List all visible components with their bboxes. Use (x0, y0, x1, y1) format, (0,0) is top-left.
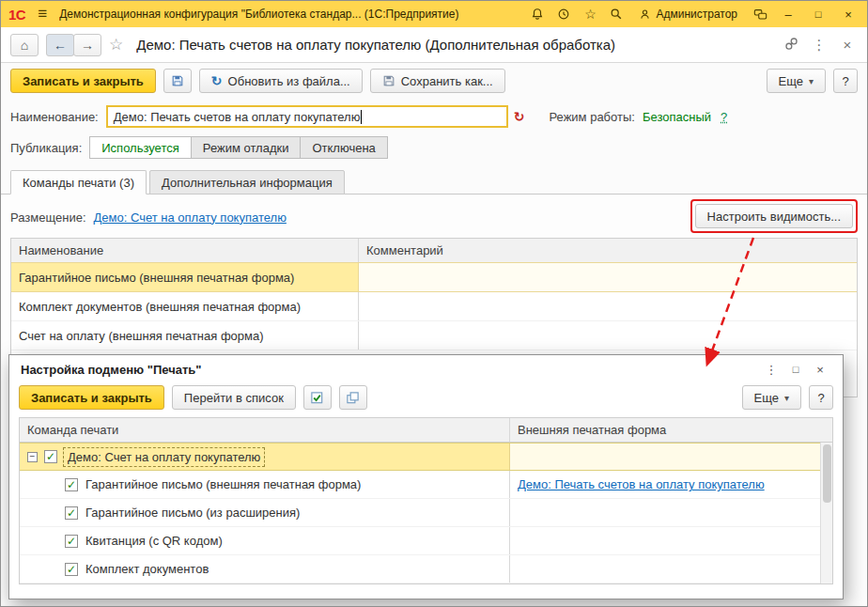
table-header-row: Наименование Комментарий (11, 239, 857, 263)
get-link-icon[interactable] (781, 37, 801, 54)
dialog-titlebar: Настройка подменю "Печать" ⋮ □ × (9, 355, 843, 383)
tree-row[interactable]: Гарантийное письмо (внешняя печатная фор… (20, 471, 832, 499)
checkbox-checked-icon[interactable] (44, 450, 57, 463)
tree-row[interactable]: Гарантийное письмо (из расширения) (20, 499, 832, 527)
placement-row: Размещение: Демо: Счет на оплату покупат… (10, 202, 858, 232)
search-icon[interactable] (607, 5, 626, 23)
dialog-close-button[interactable]: × (809, 359, 831, 380)
help-button[interactable]: ? (833, 69, 858, 93)
dialog-more-label: Еще (754, 391, 779, 405)
group-label: Демо: Счет на оплату покупателю (65, 449, 263, 465)
maximize-button[interactable]: □ (807, 4, 829, 24)
publication-option-debug[interactable]: Режим отладки (191, 136, 302, 159)
uncheck-all-button[interactable] (339, 385, 367, 410)
notifications-bell-icon[interactable] (528, 5, 547, 23)
history-nav-group: ← → (46, 34, 101, 56)
cell-name: Комплект документов (внешняя печатная фо… (11, 292, 359, 320)
save-button[interactable] (163, 69, 192, 93)
dialog-help-button[interactable]: ? (809, 385, 833, 410)
column-header-comment[interactable]: Комментарий (359, 239, 857, 262)
favorites-star-icon[interactable]: ☆ (581, 5, 599, 23)
publication-option-disabled[interactable]: Отключена (300, 136, 387, 159)
cell-name: Счет на оплату (внешняя печатная форма) (11, 321, 359, 350)
user-name: Администратор (656, 8, 737, 21)
chevron-down-icon: ▾ (784, 393, 789, 403)
table-row[interactable]: Комплект документов (внешняя печатная фо… (11, 292, 857, 321)
dialog-more-actions-button[interactable]: Еще ▾ (742, 385, 801, 410)
command-bar: Записать и закрыть ↻ Обновить из файла..… (1, 63, 867, 97)
tree-row-group[interactable]: − Демо: Счет на оплату покупателю (20, 443, 832, 471)
placement-link[interactable]: Демо: Счет на оплату покупателю (94, 210, 287, 225)
table-row[interactable]: Гарантийное письмо (внешняя печатная фор… (11, 262, 857, 292)
cell-external-form: Демо: Печать счетов на оплату покупателю (510, 471, 832, 498)
checkbox-checked-icon[interactable] (65, 506, 78, 520)
more-actions-button[interactable]: Еще ▾ (767, 69, 826, 93)
column-header-external-form[interactable]: Внешняя печатная форма (510, 418, 832, 442)
data-history-icon[interactable]: ↻ (514, 109, 525, 124)
close-form-button[interactable]: × (837, 37, 858, 53)
history-icon[interactable] (554, 5, 573, 23)
print-command-tree-table: Команда печати Внешняя печатная форма − … (19, 417, 833, 584)
update-from-file-button[interactable]: ↻ Обновить из файла... (199, 69, 363, 93)
dialog-maximize-button[interactable]: □ (784, 359, 807, 380)
tree-row[interactable]: Квитанция (с QR кодом) (20, 527, 832, 555)
app-title: Демонстрационная конфигурация "Библиотек… (59, 8, 458, 21)
publication-switch: Используется Режим отладки Отключена (89, 136, 388, 159)
name-label: Наименование: (10, 110, 99, 124)
table-row[interactable]: Счет на оплату (внешняя печатная форма) (11, 321, 857, 350)
dialog-save-and-close-button[interactable]: Записать и закрыть (19, 385, 164, 410)
command-label: Гарантийное письмо (внешняя печатная фор… (85, 477, 361, 491)
collapse-minus-icon[interactable]: − (27, 452, 38, 462)
name-row: Наименование: Демо: Печать счетов на опл… (1, 105, 867, 128)
checkbox-checked-icon[interactable] (65, 478, 78, 491)
tab-strip: Команды печати (3) Дополнительная информ… (1, 170, 867, 195)
column-header-command[interactable]: Команда печати (20, 418, 510, 442)
minimize-button[interactable]: – (777, 4, 799, 24)
main-menu-icon[interactable]: ≡ (33, 5, 52, 23)
dialog-toolbar: Записать и закрыть Перейти в список Еще … (9, 383, 843, 415)
app-window: 1С ≡ Демонстрационная конфигурация "Библ… (0, 0, 868, 607)
goto-list-button[interactable]: Перейти в список (172, 385, 296, 410)
discussions-icon[interactable] (751, 5, 769, 23)
back-button[interactable]: ← (46, 34, 74, 56)
tab-additional-info[interactable]: Дополнительная информация (149, 170, 345, 195)
home-icon: ⌂ (21, 38, 28, 53)
titlebar: 1С ≡ Демонстрационная конфигурация "Библ… (1, 1, 867, 27)
add-favorite-star-icon[interactable]: ☆ (109, 35, 123, 54)
current-user[interactable]: Администратор (639, 8, 737, 21)
configure-visibility-button[interactable]: Настроить видимость... (695, 204, 853, 228)
scrollbar-thumb[interactable] (823, 444, 831, 503)
tree-row[interactable]: Комплект документов (20, 555, 832, 584)
column-header-name[interactable]: Наименование (11, 239, 359, 262)
checkbox-checked-icon[interactable] (65, 563, 78, 576)
user-icon (639, 8, 651, 21)
annotation-red-frame: Настроить видимость... (690, 199, 858, 233)
work-mode-help-link[interactable]: ? (721, 110, 727, 124)
save-as-label: Сохранить как... (401, 74, 493, 88)
forward-icon: → (81, 38, 94, 53)
command-label: Гарантийное письмо (из расширения) (85, 506, 300, 520)
back-icon: ← (54, 38, 67, 53)
cell-command: Гарантийное письмо (из расширения) (20, 499, 510, 526)
vertical-scrollbar[interactable] (820, 443, 832, 584)
save-as-button[interactable]: Сохранить как... (370, 69, 505, 93)
cell-command: − Демо: Счет на оплату покупателю (20, 444, 510, 470)
tab-print-commands[interactable]: Команды печати (3) (10, 170, 147, 195)
close-window-button[interactable]: × (837, 4, 860, 24)
forward-button[interactable]: → (73, 34, 101, 56)
work-mode-value: Безопасный (643, 110, 711, 124)
publication-option-used[interactable]: Используется (89, 136, 192, 159)
external-form-link[interactable]: Демо: Печать счетов на оплату покупателю (518, 477, 765, 491)
form-menu-dots-icon[interactable]: ⋮ (809, 37, 829, 54)
cell-external-form (510, 499, 832, 526)
checkbox-checked-icon[interactable] (65, 535, 78, 548)
cell-command: Комплект документов (20, 555, 510, 583)
save-and-close-button[interactable]: Записать и закрыть (10, 69, 156, 93)
name-input[interactable]: Демо: Печать счетов на оплату покупателю (106, 105, 508, 128)
home-button[interactable]: ⌂ (10, 34, 39, 56)
save-as-icon (382, 74, 395, 87)
name-input-value: Демо: Печать счетов на оплату покупателю (114, 110, 361, 124)
check-all-button[interactable] (303, 385, 332, 410)
chevron-down-icon: ▾ (809, 76, 814, 86)
dialog-menu-dots-icon[interactable]: ⋮ (760, 359, 783, 380)
